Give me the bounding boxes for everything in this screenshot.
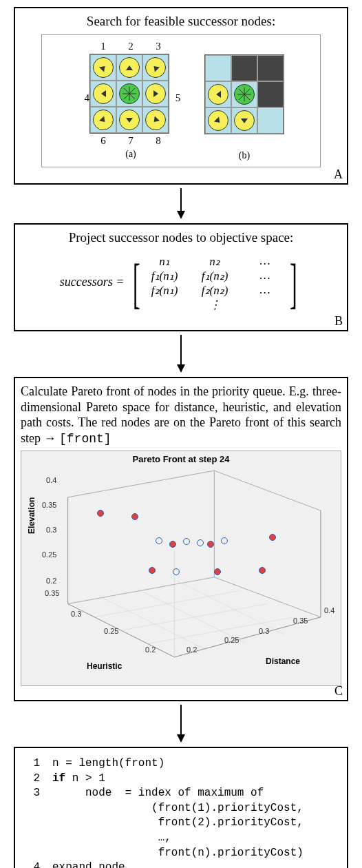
code-line: …, — [21, 831, 341, 846]
successor-node-icon — [119, 57, 140, 78]
successor-node-icon — [119, 110, 140, 130]
box-c: Calculate Pareto front of nodes in the p… — [14, 377, 348, 701]
pareto-point — [259, 567, 266, 574]
pareto-point — [97, 510, 104, 517]
grid-a-toplabel: 1 — [89, 41, 117, 52]
grid-b-sublabel: (b) — [204, 150, 284, 161]
box-b: Project successor nodes to objective spa… — [14, 223, 348, 331]
dominated-point — [197, 539, 204, 546]
box-a: Search for feasible successor nodes: 1 2… — [14, 7, 348, 185]
grids-panel: 1 2 3 — [41, 34, 321, 167]
code-line: 2if n > 1 — [21, 772, 341, 787]
successor-node-icon — [234, 110, 255, 131]
pareto-point — [169, 541, 176, 548]
svg-line-15 — [121, 604, 268, 631]
line-number: 3 — [21, 786, 52, 801]
code-text: …, — [52, 831, 171, 846]
successor-node-icon — [208, 110, 228, 131]
grid-a-toplabel: 3 — [145, 41, 172, 52]
successor-node-icon — [93, 110, 114, 130]
line-number: 1 — [21, 756, 52, 772]
pareto-point — [149, 567, 156, 574]
grid-a-sublabel: (a) — [78, 149, 184, 160]
box-a-title: Search for feasible successor nodes: — [21, 14, 341, 29]
grid-b: (b) — [204, 41, 284, 161]
current-node-icon — [234, 84, 255, 105]
y-axis-label: Distance — [266, 657, 300, 666]
code-text: node = index of maximum of — [52, 786, 264, 801]
pareto-3d-plot: Pareto Front at step 24 0.4 0.35 0.3 0.2… — [21, 451, 341, 686]
svg-marker-11 — [177, 364, 185, 373]
box-b-label: B — [334, 314, 343, 329]
obstacle-cell — [257, 81, 284, 107]
code-text: n = length(front) — [52, 756, 164, 772]
box-c-description: Calculate Pareto front of nodes in the p… — [21, 384, 341, 446]
successor-node-icon — [145, 110, 166, 130]
successor-node-icon — [145, 57, 166, 78]
box-c-label: C — [334, 684, 343, 699]
plot-title: Pareto Front at step 24 — [21, 451, 341, 467]
successor-node-icon — [145, 83, 166, 104]
code-text: (front(1).priorityCost, — [52, 801, 304, 816]
dominated-point — [221, 537, 228, 544]
successors-matrix: successors = [ n₁ n₂ … f₁(n₁) f₁(n₂) … f… — [21, 251, 341, 324]
pareto-point — [207, 541, 214, 548]
code-text: front(n).priorityCost) — [52, 846, 304, 861]
code-line: (front(1).priorityCost, — [21, 801, 341, 816]
plot-axes — [21, 467, 341, 681]
grid-a-botlabel: 7 — [117, 135, 145, 147]
code-line: 3 node = index of maximum of — [21, 786, 341, 801]
pareto-point — [269, 534, 276, 541]
grid-a-botlabel: 6 — [89, 135, 117, 147]
grid-a-toplabel: 2 — [117, 41, 145, 52]
line-number — [21, 831, 52, 846]
code-text: if n > 1 — [52, 772, 105, 787]
svg-marker-21 — [177, 734, 185, 743]
grid-a: 1 2 3 — [78, 41, 184, 161]
code-line: front(n).priorityCost) — [21, 846, 341, 861]
successor-node-icon — [93, 83, 114, 104]
line-number: 2 — [21, 772, 52, 787]
dominated-point — [173, 568, 180, 575]
current-node-icon — [119, 83, 140, 104]
line-number: 4 — [21, 860, 52, 868]
x-axis-label: Heuristic — [87, 661, 122, 671]
pseudocode: 1n = length(front)2if n > 13 node = inde… — [21, 754, 341, 868]
svg-line-18 — [138, 589, 244, 642]
arrow-c-d — [7, 705, 355, 743]
box-b-title: Project successor nodes to objective spa… — [21, 230, 341, 245]
z-axis-label: Elevation — [27, 497, 36, 534]
dominated-point — [156, 537, 162, 544]
grid-b-cells — [204, 54, 284, 134]
line-number — [21, 846, 52, 861]
grid-a-cells — [89, 54, 169, 134]
code-text: front(2).priorityCost, — [52, 816, 304, 831]
obstacle-cell — [257, 55, 284, 81]
arrow-a-b — [7, 188, 355, 219]
line-number — [21, 816, 52, 831]
pareto-point — [131, 513, 138, 520]
code-line: front(2).priorityCost, — [21, 816, 341, 831]
successor-node-icon — [208, 84, 228, 105]
code-text: expand node — [52, 860, 125, 868]
svg-marker-9 — [177, 211, 185, 219]
code-line: 1n = length(front) — [21, 756, 341, 772]
box-a-label: A — [334, 167, 343, 182]
box-d: 1n = length(front)2if n > 13 node = inde… — [14, 747, 348, 868]
code-line: 4expand node — [21, 860, 341, 868]
matrix-lhs: successors = — [60, 275, 125, 289]
successor-node-icon — [93, 57, 114, 78]
arrow-b-c — [7, 335, 355, 373]
line-number — [21, 801, 52, 816]
obstacle-cell — [231, 55, 257, 81]
grid-a-botlabel: 8 — [145, 135, 172, 147]
svg-line-14 — [94, 590, 241, 617]
pareto-point — [214, 568, 221, 575]
dominated-point — [183, 538, 190, 545]
